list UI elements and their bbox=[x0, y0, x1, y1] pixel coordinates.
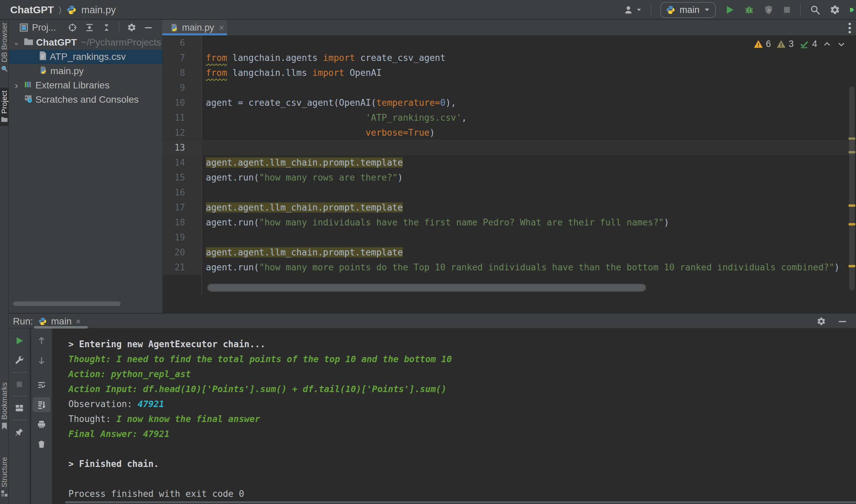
print-button[interactable] bbox=[33, 417, 50, 432]
pin-tab-button[interactable] bbox=[11, 424, 28, 439]
code-line-12[interactable]: 12 verbose=True) bbox=[162, 125, 856, 140]
run-console[interactable]: > Entering new AgentExecutor chain...Tho… bbox=[53, 329, 856, 504]
clear-all-button[interactable] bbox=[33, 437, 50, 452]
code-line-11[interactable]: 11 'ATP_rankings.csv', bbox=[162, 110, 856, 125]
tree-row-external-libraries[interactable]: ›External Libraries bbox=[9, 78, 162, 93]
vertical-scrollbar[interactable] bbox=[849, 86, 855, 290]
plugin-colored-icon[interactable] bbox=[849, 4, 855, 16]
line-number: 17 bbox=[162, 200, 201, 215]
tree-row-chatgpt[interactable]: ⌄ChatGPT~/PycharmProjects bbox=[9, 35, 162, 50]
run-with-coverage-button[interactable] bbox=[763, 5, 774, 15]
project-tool-window: Proj... ⌄ChatGPT~/PycharmProjectsATP_ran… bbox=[9, 20, 162, 313]
toolbar-separator bbox=[12, 372, 27, 373]
error-stripe-mark[interactable] bbox=[849, 204, 855, 207]
editor-options-kebab-icon[interactable]: ••• bbox=[848, 22, 851, 34]
gear-icon[interactable] bbox=[127, 23, 136, 32]
code-editor[interactable]: 67from langchain.agents import create_cs… bbox=[162, 35, 856, 295]
code-line-19[interactable]: 19 bbox=[162, 230, 856, 245]
toolbar-separator bbox=[12, 420, 27, 420]
tab-main-py[interactable]: main.py × bbox=[162, 20, 227, 35]
run-button[interactable] bbox=[725, 5, 735, 15]
error-stripe-mark[interactable] bbox=[849, 223, 855, 225]
line-number: 9 bbox=[162, 80, 201, 95]
stripe-project[interactable]: Project bbox=[0, 88, 9, 126]
down-stack-trace-button[interactable] bbox=[33, 353, 50, 368]
settings-gear-icon[interactable] bbox=[829, 4, 840, 15]
weak-warnings-indicator[interactable]: 3 bbox=[776, 39, 794, 49]
collapse-all-icon[interactable] bbox=[102, 23, 111, 32]
code-line-10[interactable]: 10agent = create_csv_agent(OpenAI(temper… bbox=[162, 95, 856, 110]
code-line-17[interactable]: 17agent.agent.llm_chain.prompt.template bbox=[162, 200, 856, 215]
run-panel-label: Run: bbox=[13, 314, 33, 329]
search-everywhere-icon[interactable] bbox=[810, 4, 821, 15]
expand-all-icon[interactable] bbox=[85, 23, 94, 32]
tree-row-scratches-and-consoles[interactable]: Scratches and Consoles bbox=[9, 93, 162, 107]
console-horizontal-scrollbar[interactable] bbox=[65, 501, 856, 503]
code-line-14[interactable]: 14agent.agent.llm_chain.prompt.template bbox=[162, 155, 856, 170]
stripe-structure[interactable]: Structure bbox=[0, 456, 9, 499]
soft-wrap-button[interactable] bbox=[33, 377, 50, 392]
line-number: 12 bbox=[162, 125, 201, 140]
stop-button-disabled[interactable] bbox=[11, 377, 28, 392]
typos-indicator[interactable]: 4 bbox=[799, 39, 817, 49]
breadcrumb-separator: 〉 bbox=[59, 5, 62, 15]
next-problem-icon[interactable] bbox=[837, 40, 846, 49]
weak-warnings-count: 3 bbox=[789, 39, 794, 49]
python-file-icon bbox=[39, 66, 48, 77]
error-stripe-mark[interactable] bbox=[849, 137, 855, 140]
hide-icon[interactable] bbox=[838, 317, 847, 326]
inspections-widget[interactable]: 6 3 4 bbox=[754, 39, 846, 49]
code-line-8[interactable]: 8from langchain.llms import OpenAI bbox=[162, 65, 856, 80]
rerun-button[interactable] bbox=[11, 333, 28, 348]
code-line-text: agent.run("how many rows are there?") bbox=[206, 170, 403, 185]
restore-layout-button[interactable] bbox=[11, 401, 28, 416]
debug-button[interactable] bbox=[744, 4, 755, 15]
tree-row-atp-rankings-csv[interactable]: ATP_rankings.csv bbox=[9, 50, 162, 64]
breadcrumb-file[interactable]: main.py bbox=[81, 4, 116, 16]
line-number: 20 bbox=[162, 245, 201, 260]
run-tab-close-icon[interactable]: × bbox=[76, 317, 81, 326]
project-horizontal-scrollbar[interactable] bbox=[13, 301, 121, 306]
editor-horizontal-scrollbar[interactable] bbox=[207, 284, 646, 292]
tab-close-icon[interactable]: × bbox=[219, 22, 224, 33]
error-stripe-mark[interactable] bbox=[849, 151, 855, 153]
weak-warning-icon bbox=[776, 39, 786, 49]
code-line-13[interactable]: 13 bbox=[162, 140, 856, 155]
tool-window-icon bbox=[19, 23, 29, 32]
error-stripe-mark[interactable] bbox=[849, 265, 855, 267]
code-line-15[interactable]: 15agent.run("how many rows are there?") bbox=[162, 170, 856, 185]
tree-chevron-icon[interactable]: ⌄ bbox=[12, 38, 20, 47]
code-line-7[interactable]: 7from langchain.agents import create_csv… bbox=[162, 50, 856, 65]
breadcrumb-project[interactable]: ChatGPT bbox=[10, 4, 54, 16]
up-stack-trace-button[interactable] bbox=[33, 333, 50, 348]
project-tree: ⌄ChatGPT~/PycharmProjectsATP_rankings.cs… bbox=[9, 35, 162, 107]
code-line-9[interactable]: 9 bbox=[162, 80, 856, 95]
hide-icon[interactable] bbox=[144, 23, 153, 32]
stop-button[interactable] bbox=[783, 5, 791, 14]
tree-row-main-py[interactable]: main.py bbox=[9, 64, 162, 78]
db-browser-icon bbox=[1, 65, 8, 72]
code-line-16[interactable]: 16 bbox=[162, 185, 856, 200]
error-stripe[interactable] bbox=[847, 35, 856, 295]
code-line-18[interactable]: 18agent.run("how many individuals have t… bbox=[162, 215, 856, 230]
scroll-to-end-button[interactable] bbox=[33, 397, 50, 412]
code-line-21[interactable]: 21agent.run("how many more points do the… bbox=[162, 260, 856, 275]
code-line-20[interactable]: 20agent.agent.llm_chain.prompt.template bbox=[162, 245, 856, 260]
code-line-text: from langchain.llms import OpenAI bbox=[206, 65, 382, 80]
warnings-indicator[interactable]: 6 bbox=[754, 39, 771, 49]
run-config-combo[interactable]: main bbox=[660, 2, 716, 18]
prev-problem-icon[interactable] bbox=[823, 40, 832, 49]
edit-configuration-button[interactable] bbox=[11, 353, 28, 368]
gear-icon[interactable] bbox=[817, 317, 826, 326]
breadcrumb: ChatGPT 〉 main.py bbox=[10, 0, 116, 20]
editor-area: main.py × ••• 67from langchain.agents im… bbox=[162, 20, 856, 313]
code-line-text: verbose=True) bbox=[206, 125, 435, 140]
user-dropdown-button[interactable] bbox=[623, 4, 642, 15]
locate-icon[interactable] bbox=[68, 23, 77, 32]
stripe-db-browser[interactable]: DB Browser bbox=[0, 21, 9, 74]
bookmark-icon bbox=[1, 422, 8, 430]
stripe-bookmarks[interactable]: Bookmarks bbox=[0, 381, 9, 432]
tree-chevron-icon[interactable]: › bbox=[12, 80, 20, 91]
structure-icon bbox=[1, 490, 8, 497]
code-line-6[interactable]: 6 bbox=[162, 35, 856, 50]
